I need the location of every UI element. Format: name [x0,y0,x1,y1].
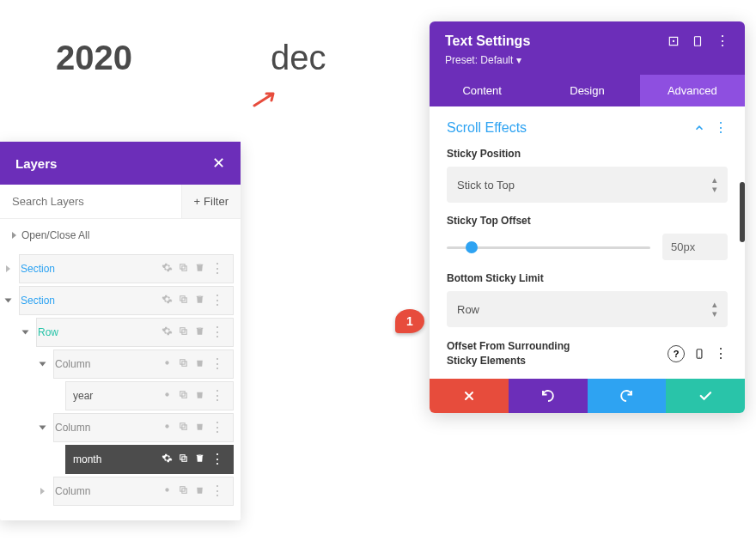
annotation-callout: 1 [395,309,424,333]
select-value: Row [457,303,479,316]
more-icon[interactable]: ⋮ [716,34,729,48]
expand-icon[interactable] [668,35,680,47]
section-header[interactable]: Scroll Effects ⋮ [430,106,745,139]
gear-icon[interactable] [162,421,173,435]
layers-tree: Section ⋮ Section ⋮ Row [0,254,241,520]
trash-icon[interactable] [194,325,205,339]
offset-value-input[interactable]: 50px [662,234,728,260]
gear-icon[interactable] [162,357,173,371]
redo-button[interactable] [588,379,667,413]
svg-point-20 [698,356,699,357]
field-sticky-position: Sticky Position Stick to Top ▴▾ [430,139,745,206]
more-icon[interactable]: ⋮ [210,484,224,498]
gear-icon[interactable] [162,262,173,276]
gear-icon[interactable] [162,325,173,339]
close-icon[interactable]: ✕ [212,154,225,173]
help-icon[interactable]: ? [668,345,685,362]
layer-label: Row [31,326,162,338]
gear-icon[interactable] [162,389,173,403]
settings-tabs: Content Design Advanced [430,75,745,106]
settings-panel: Text Settings ⋮ Preset: Default ▾ Conten… [430,21,745,413]
phone-icon[interactable] [693,346,705,362]
chevron-down-icon[interactable] [40,362,46,367]
layer-section[interactable]: Section ⋮ [19,254,234,283]
layer-label: Section [14,263,162,275]
chevron-down-icon[interactable] [40,426,46,430]
gear-icon[interactable] [162,453,173,466]
layer-column[interactable]: Column ⋮ [53,413,234,442]
more-icon[interactable]: ⋮ [714,121,728,135]
chevron-right-icon[interactable] [40,488,45,495]
more-icon[interactable]: ⋮ [210,421,224,435]
layer-label: month [66,453,162,465]
settings-body: Scroll Effects ⋮ Sticky Position Stick t… [430,106,745,413]
open-close-all[interactable]: Open/Close All [0,219,241,252]
duplicate-icon[interactable] [178,294,189,307]
trash-icon[interactable] [194,453,205,466]
more-icon[interactable]: ⋮ [210,357,224,371]
trash-icon[interactable] [194,421,205,435]
more-icon[interactable]: ⋮ [210,262,224,276]
gear-icon[interactable] [162,294,173,307]
scrollbar-thumb[interactable] [740,182,745,242]
select-caret-icon: ▴▾ [712,175,717,194]
more-icon[interactable]: ⋮ [210,389,224,403]
search-input[interactable] [0,185,181,218]
layer-column[interactable]: Column ⋮ [53,350,234,379]
duplicate-icon[interactable] [178,484,189,498]
collapse-icon[interactable] [693,122,705,134]
slider-thumb[interactable] [466,241,478,253]
duplicate-icon[interactable] [178,357,189,371]
trash-icon[interactable] [194,262,205,276]
filter-button[interactable]: + Filter [181,185,241,218]
cancel-button[interactable] [430,379,509,413]
field-label: Sticky Position [447,148,728,160]
gear-icon[interactable] [162,484,173,498]
tab-advanced[interactable]: Advanced [640,75,745,106]
duplicate-icon[interactable] [178,453,189,466]
duplicate-icon[interactable] [178,262,189,276]
layer-module-year[interactable]: year ⋮ [65,381,234,410]
layer-module-month[interactable]: month ⋮ [65,445,234,474]
undo-button[interactable] [509,379,588,413]
layer-section[interactable]: Section ⋮ [19,286,234,315]
layer-column[interactable]: Column ⋮ [53,477,234,506]
offset-slider[interactable] [447,239,650,256]
duplicate-icon[interactable] [178,389,189,403]
footer-actions [430,379,745,413]
more-icon[interactable]: ⋮ [714,347,728,361]
chevron-down-icon[interactable] [22,331,29,335]
layers-search-row: + Filter [0,185,241,219]
more-icon[interactable]: ⋮ [210,453,224,466]
tablet-icon[interactable] [692,35,704,47]
layers-header: Layers ✕ [0,142,241,185]
trash-icon[interactable] [194,484,205,498]
settings-header: Text Settings ⋮ Preset: Default ▾ [430,21,745,75]
duplicate-icon[interactable] [178,325,189,339]
preset-dropdown[interactable]: Preset: Default ▾ [445,54,729,66]
trash-icon[interactable] [194,357,205,371]
trash-icon[interactable] [194,389,205,403]
field-bottom-sticky-limit: Bottom Sticky Limit Row ▴▾ [430,264,745,331]
tab-design[interactable]: Design [534,75,639,106]
layers-title: Layers [15,156,57,171]
layer-tools: ⋮ [162,294,233,307]
layer-row[interactable]: Row ⋮ [36,318,234,347]
save-button[interactable] [666,379,745,413]
trash-icon[interactable] [194,294,205,307]
bottom-limit-select[interactable]: Row ▴▾ [447,291,728,327]
chevron-down-icon[interactable] [5,299,12,303]
layer-tools: ⋮ [162,453,233,466]
preview-year-text: 2020 [56,39,132,77]
layer-tools: ⋮ [162,357,233,371]
preset-label: Preset: Default [445,54,513,66]
svg-rect-18 [695,37,701,46]
layer-label: Column [48,422,162,434]
duplicate-icon[interactable] [178,421,189,435]
more-icon[interactable]: ⋮ [210,294,224,307]
more-icon[interactable]: ⋮ [210,325,224,339]
field-offset-surrounding: Offset From Surrounding Sticky Elements … [430,331,745,379]
chevron-right-icon[interactable] [6,265,10,272]
sticky-position-select[interactable]: Stick to Top ▴▾ [447,167,728,203]
tab-content[interactable]: Content [430,75,534,106]
